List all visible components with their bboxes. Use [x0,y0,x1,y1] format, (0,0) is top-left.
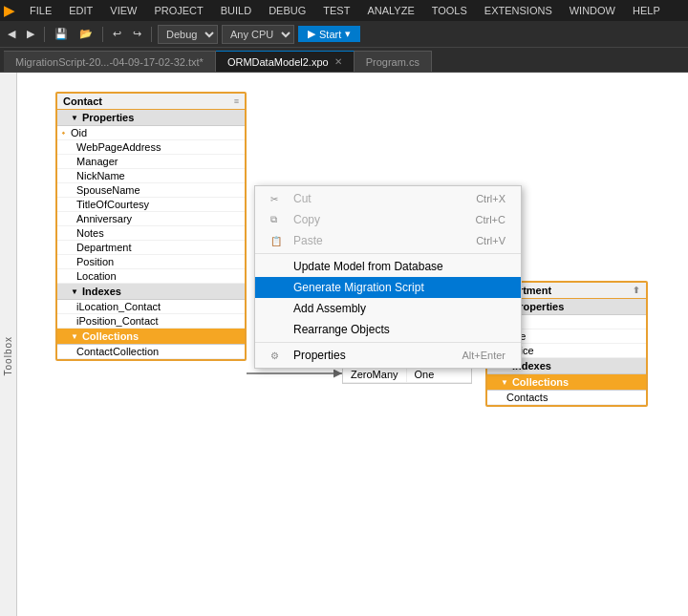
ctx-copy[interactable]: ⧉ Copy Ctrl+C [255,209,521,230]
contact-indexes-header[interactable]: ▼ Indexes [57,284,245,300]
ctx-properties[interactable]: ⚙ Properties Alt+Enter [255,345,521,366]
contact-entity: Contact ≡ ▼ Properties Oid WebPageAddres… [55,92,247,361]
main-area: Toolbox Contact ≡ ▼ Properties Oid WebPa… [0,73,688,616]
cut-icon: ✂ [270,194,286,204]
contact-nickname: NickName [57,169,245,183]
debug-config-select[interactable]: Debug [158,25,218,44]
paste-icon: 📋 [270,236,286,246]
context-menu: ✂ Cut Ctrl+X ⧉ Copy Ctrl+C 📋 Paste Ctr [254,185,522,369]
start-dropdown-icon: ▾ [345,28,351,40]
contact-properties-arrow: ▼ [71,114,78,122]
menu-bar: ▶ FILE EDIT VIEW PROJECT BUILD DEBUG TES… [0,0,688,21]
tab-label-program: Program.cs [366,56,419,68]
toolbar-separator-3 [151,27,152,42]
ctx-rearrange-label: Rearrange Objects [293,323,390,336]
toolbox-label: Toolbox [3,336,13,375]
ctx-paste[interactable]: 📋 Paste Ctrl+V [255,230,521,251]
ctx-paste-shortcut: Ctrl+V [476,235,505,246]
menu-test[interactable]: TEST [315,3,357,18]
start-button[interactable]: ▶ Start ▾ [298,26,360,42]
department-contacts: Contacts [487,391,646,405]
contact-notes: Notes [57,226,245,241]
contact-properties-header[interactable]: ▼ Properties [57,110,245,126]
properties-icon: ⚙ [270,350,286,361]
department-header-icon: ⬆ [633,286,640,295]
tab-bar: MigrationScript-20...-04-09-17-02-32.txt… [0,48,688,73]
ctx-update-model[interactable]: Update Model from Database [255,256,521,277]
ctx-add-assembly[interactable]: Add Assembly [255,298,521,319]
save-button[interactable]: 💾 [51,26,72,42]
contact-spousename: SpouseName [57,183,245,198]
tab-orm-data-model[interactable]: ORMDataModel2.xpo ✕ [216,51,355,72]
contact-department: Department [57,241,245,255]
menu-view[interactable]: VIEW [102,3,144,18]
toolbar: ◀ ▶ 💾 📂 ↩ ↪ Debug Any CPU ▶ Start ▾ [0,21,688,48]
tab-close-orm[interactable]: ✕ [334,56,342,67]
contact-contactcollection: ContactCollection [57,345,245,359]
contact-anniversary: Anniversary [57,212,245,226]
back-button[interactable]: ◀ [4,26,19,42]
menu-analyze[interactable]: ANALYZE [359,3,421,18]
contact-entity-header: Contact ≡ [57,94,245,110]
ctx-sep-1 [255,253,521,254]
contact-indexes-label: Indexes [82,286,121,297]
ctx-add-assembly-label: Add Assembly [293,302,366,315]
contact-position: Position [57,255,245,269]
contact-titleofcourtesy: TitleOfCourtesy [57,198,245,212]
undo-button[interactable]: ↩ [109,26,125,42]
menu-extensions[interactable]: EXTENSIONS [477,3,560,18]
contact-ilocation: iLocation_Contact [57,300,245,314]
ctx-copy-label: Copy [293,213,320,226]
menu-file[interactable]: FILE [22,3,59,18]
contact-header-icon: ≡ [234,96,239,106]
ctx-copy-shortcut: Ctrl+C [476,214,505,225]
start-label: Start [319,29,341,40]
tab-program-cs[interactable]: Program.cs [355,51,432,72]
ctx-rearrange[interactable]: Rearrange Objects [255,319,521,340]
contact-properties-label: Properties [82,112,134,123]
contact-title: Contact [63,96,102,107]
copy-icon: ⧉ [270,214,286,225]
open-button[interactable]: 📂 [75,26,97,42]
toolbar-separator-1 [44,27,45,42]
ctx-update-model-label: Update Model from Database [293,260,443,273]
redo-button[interactable]: ↪ [129,26,145,42]
tab-migration-script[interactable]: MigrationScript-20...-04-09-17-02-32.txt… [4,51,216,72]
contact-collections-arrow: ▼ [71,332,78,341]
platform-select[interactable]: Any CPU [222,25,294,44]
ctx-cut-shortcut: Ctrl+X [476,193,505,204]
menu-help[interactable]: HELP [625,3,668,18]
diagram-canvas[interactable]: Contact ≡ ▼ Properties Oid WebPageAddres… [17,73,688,616]
contact-collections-label: Collections [82,330,139,342]
app-logo: ▶ [4,3,14,18]
assoc-data-row: ZeroMany One [343,367,471,383]
menu-build[interactable]: BUILD [213,3,259,18]
contact-collections-header[interactable]: ▼ Collections [57,329,245,345]
department-collections-arrow: ▼ [501,378,508,387]
ctx-properties-label: Properties [293,349,346,362]
menu-tools[interactable]: TOOLS [424,3,475,18]
ctx-generate-migration[interactable]: Generate Migration Script [255,277,521,298]
contact-webpageaddress: WebPageAddress [57,140,245,155]
tab-label-orm: ORMDataModel2.xpo [227,56,329,68]
ctx-cut[interactable]: ✂ Cut Ctrl+X [255,188,521,209]
tab-label-migration: MigrationScript-20...-04-09-17-02-32.txt… [15,56,204,68]
ctx-cut-label: Cut [293,192,312,205]
department-collections-label: Collections [512,376,569,388]
department-collections-header[interactable]: ▼ Collections [487,374,646,391]
menu-window[interactable]: WINDOW [562,3,623,18]
toolbox-sidebar[interactable]: Toolbox [0,73,17,616]
menu-debug[interactable]: DEBUG [261,3,313,18]
contact-location: Location [57,269,245,284]
contact-oid: Oid [57,126,245,140]
start-icon: ▶ [308,28,315,40]
menu-edit[interactable]: EDIT [61,3,100,18]
ctx-sep-2 [255,342,521,343]
ctx-generate-label: Generate Migration Script [293,281,424,294]
assoc-zeromany: ZeroMany [343,367,407,382]
forward-button[interactable]: ▶ [23,26,38,42]
assoc-one: One [407,367,442,382]
ctx-paste-label: Paste [293,234,323,247]
menu-project[interactable]: PROJECT [146,3,210,18]
ctx-properties-shortcut: Alt+Enter [462,350,505,361]
